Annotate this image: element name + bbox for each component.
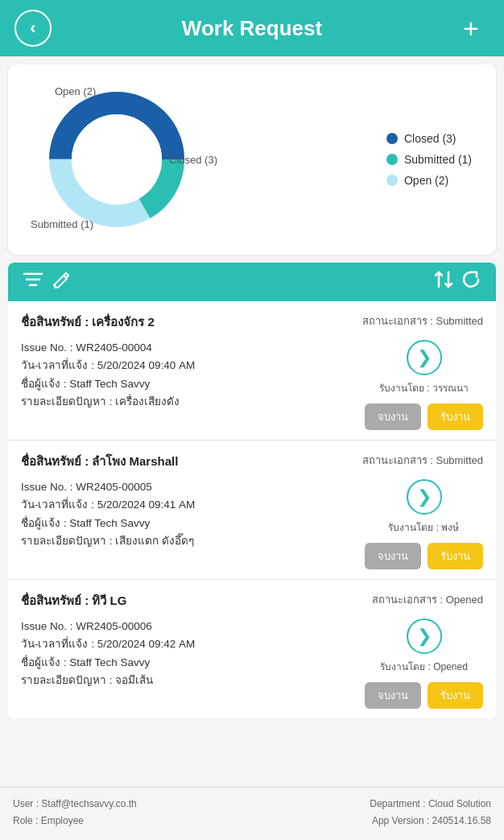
card-3-status: สถานะเอกสาร : Opened [372,591,483,608]
card-1-finish-button[interactable]: จบงาน [365,403,421,430]
chart-label-submitted: Submitted (1) [31,218,93,230]
card-2-received-by: รับงานโดย : พงษ์ [388,519,459,535]
card-3-actions: จบงาน รับงาน [365,682,483,709]
card-3-date: วัน-เวลาที่แจ้ง : 5/20/2024 09:42 AM [21,636,355,652]
card-2-right: ❯ รับงานโดย : พงษ์ จบงาน รับงาน [365,479,483,569]
card-2-requester: ชื่อผู้แจ้ง : Staff Tech Savvy [21,515,355,532]
filter-right [433,271,481,293]
card-2-status: สถานะเอกสาร : Submitted [362,452,483,469]
chevron-right-icon-3: ❯ [417,626,432,647]
legend-item-closed: Closed (3) [386,132,472,145]
sort-icon[interactable] [433,271,454,293]
card-1-date: วัน-เวลาที่แจ้ง : 5/20/2024 09:40 AM [21,358,355,374]
page-title: Work Request [182,16,322,41]
legend-dot-submitted [386,154,398,165]
footer-row-2: Role : Employee App Version : 240514.16.… [13,813,491,829]
work-request-card-2: ชื่อสินทรัพย์ : ลำโพง Marshall สถานะเอกส… [8,441,496,580]
card-3-accept-button[interactable]: รับงาน [428,682,483,709]
legend-item-submitted: Submitted (1) [386,153,472,166]
legend-item-open: Open (2) [386,174,472,187]
footer-department: Department : Cloud Solution [370,796,491,812]
card-3-requester: ชื่อผู้แจ้ง : Staff Tech Savvy [21,655,355,671]
footer-app-version: App Version : 240514.16.58 [372,813,491,829]
card-3-detail: รายละเอียดปัญหา : จอมีเส้น [21,672,355,689]
card-1-actions: จบงาน รับงาน [365,403,483,430]
card-1-info: Issue No. : WR2405-00004 วัน-เวลาที่แจ้ง… [21,340,355,412]
card-2-detail: รายละเอียดปัญหา : เสียงแตก ดังอึ๊ดๆ [21,533,355,549]
card-3-info: Issue No. : WR2405-00006 วัน-เวลาที่แจ้ง… [21,619,355,690]
work-request-card-1: ชื่อสินทรัพย์ : เครื่องจักร 2 สถานะเอกสา… [8,301,496,441]
back-button[interactable]: ‹ [14,10,52,47]
card-1-accept-button[interactable]: รับงาน [428,403,483,430]
add-icon: + [463,13,479,44]
card-3-detail-button[interactable]: ❯ [407,619,442,654]
card-1-header: ชื่อสินทรัพย์ : เครื่องจักร 2 สถานะเอกสา… [21,312,483,332]
card-2-actions: จบงาน รับงาน [365,543,483,569]
chart-label-closed: Closed (3) [169,154,217,166]
chart-section: Open (2) Closed (3) Submitted (1) Closed… [8,64,496,254]
app-container: ‹ Work Request + [0,0,504,840]
chevron-right-icon-2: ❯ [417,486,432,507]
card-1-status: สถานะเอกสาร : Submitted [362,312,483,329]
card-2-date: วัน-เวลาที่แจ้ง : 5/20/2024 09:41 AM [21,497,355,513]
footer-role: Role : Employee [13,813,84,829]
filter-left [23,271,71,293]
card-1-detail-button[interactable]: ❯ [407,340,442,375]
footer-user: User : Staff@techsavvy.co.th [13,796,137,812]
work-request-list: ชื่อสินทรัพย์ : เครื่องจักร 2 สถานะเอกสา… [8,301,496,718]
legend-label-closed: Closed (3) [404,132,456,145]
legend-label-submitted: Submitted (1) [404,153,472,166]
card-2-body: Issue No. : WR2405-00005 วัน-เวลาที่แจ้ง… [21,479,483,569]
card-2-detail-button[interactable]: ❯ [407,479,442,515]
chart-legend: Closed (3) Submitted (1) Open (2) [386,132,480,187]
legend-dot-closed [386,133,398,144]
add-button[interactable]: + [452,10,490,47]
filter-bar [8,263,496,301]
legend-label-open: Open (2) [404,174,448,187]
filter-icon[interactable] [23,271,43,293]
card-1-issue: Issue No. : WR2405-00004 [21,340,355,356]
legend-dot-open [386,175,398,186]
card-3-finish-button[interactable]: จบงาน [365,682,421,709]
card-2-issue: Issue No. : WR2405-00005 [21,479,355,495]
refresh-icon[interactable] [462,271,481,293]
card-2-finish-button[interactable]: จบงาน [365,543,421,569]
card-1-body: Issue No. : WR2405-00004 วัน-เวลาที่แจ้ง… [21,340,483,430]
donut-chart: Open (2) Closed (3) Submitted (1) [24,79,209,240]
chevron-right-icon: ❯ [417,347,432,368]
card-3-body: Issue No. : WR2405-00006 วัน-เวลาที่แจ้ง… [21,619,483,709]
card-1-right: ❯ รับงานโดย : วรรณนา จบงาน รับงาน [365,340,483,430]
footer-row-1: User : Staff@techsavvy.co.th Department … [13,796,491,812]
card-2-header: ชื่อสินทรัพย์ : ลำโพง Marshall สถานะเอกส… [21,452,483,471]
work-request-card-3: ชื่อสินทรัพย์ : ทิวี LG สถานะเอกสาร : Op… [8,580,496,718]
card-2-accept-button[interactable]: รับงาน [428,543,483,569]
back-icon: ‹ [30,18,35,39]
card-1-received-by: รับงานโดย : วรรณนา [379,380,469,395]
card-3-asset-name: ชื่อสินทรัพย์ : ทิวี LG [21,591,126,610]
card-1-requester: ชื่อผู้แจ้ง : Staff Tech Savvy [21,376,355,392]
card-3-right: ❯ รับงานโดย : Opened จบงาน รับงาน [365,619,483,709]
card-1-asset-name: ชื่อสินทรัพย์ : เครื่องจักร 2 [21,312,155,332]
card-1-detail: รายละเอียดปัญหา : เครื่องเสียงดัง [21,394,355,410]
card-2-info: Issue No. : WR2405-00005 วัน-เวลาที่แจ้ง… [21,479,355,551]
edit-filter-icon[interactable] [52,271,71,293]
header: ‹ Work Request + [0,0,504,56]
card-3-issue: Issue No. : WR2405-00006 [21,619,355,635]
card-3-received-by: รับงานโดย : Opened [380,659,468,674]
footer: User : Staff@techsavvy.co.th Department … [0,787,504,840]
card-3-header: ชื่อสินทรัพย์ : ทิวี LG สถานะเอกสาร : Op… [21,591,483,610]
svg-point-3 [72,114,162,205]
chart-label-open: Open (2) [55,85,96,97]
card-2-asset-name: ชื่อสินทรัพย์ : ลำโพง Marshall [21,452,178,471]
